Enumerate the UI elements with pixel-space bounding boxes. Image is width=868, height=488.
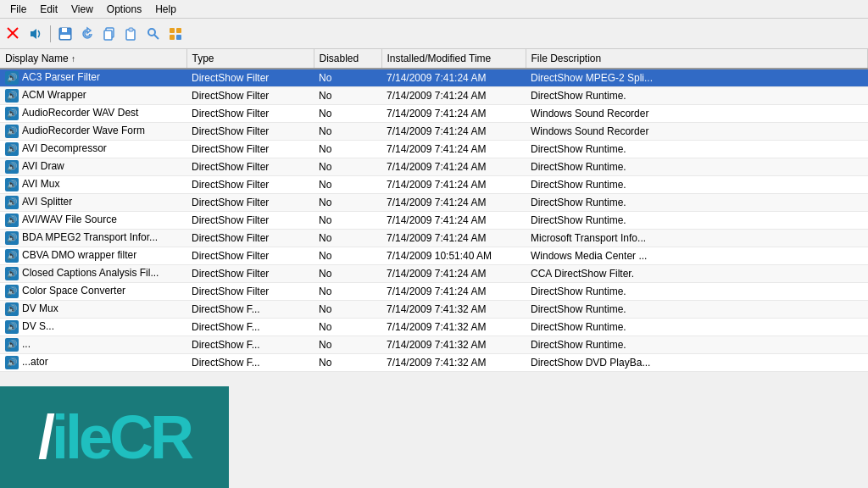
table-row[interactable]: 🔊AVI Mux DirectShow Filter No 7/14/2009 … bbox=[0, 176, 868, 194]
cell-disabled: No bbox=[314, 69, 381, 87]
col-header-desc[interactable]: File Description bbox=[526, 49, 868, 69]
cell-disabled: No bbox=[314, 105, 381, 123]
cell-type: DirectShow F... bbox=[186, 301, 314, 319]
menu-file[interactable]: File bbox=[3, 2, 33, 17]
cell-name: 🔊... bbox=[0, 336, 186, 354]
row-icon: 🔊 bbox=[5, 71, 19, 85]
cell-desc: DirectShow Runtime. bbox=[526, 212, 868, 230]
cell-disabled: No bbox=[314, 247, 381, 265]
cut-button[interactable] bbox=[3, 24, 24, 44]
table-row[interactable]: 🔊DV S... DirectShow F... No 7/14/2009 7:… bbox=[0, 319, 868, 336]
table-row[interactable]: 🔊AVI Decompressor DirectShow Filter No 7… bbox=[0, 141, 868, 158]
filter-table: Display Name ↑ Type Disabled Installed/M… bbox=[0, 49, 868, 372]
cell-desc: DirectShow DVD PlayBa... bbox=[526, 354, 868, 372]
table-row[interactable]: 🔊CBVA DMO wrapper filter DirectShow Filt… bbox=[0, 247, 868, 265]
menu-view[interactable]: View bbox=[64, 2, 100, 17]
cell-time: 7/14/2009 7:41:24 AM bbox=[381, 194, 526, 212]
cell-name: 🔊AudioRecorder Wave Form bbox=[0, 123, 186, 141]
col-header-type[interactable]: Type bbox=[186, 49, 314, 69]
cell-disabled: No bbox=[314, 265, 381, 283]
cell-time: 7/14/2009 7:41:32 AM bbox=[381, 301, 526, 319]
cell-type: DirectShow Filter bbox=[186, 158, 314, 176]
cell-type: DirectShow F... bbox=[186, 319, 314, 336]
table-row[interactable]: 🔊... DirectShow F... No 7/14/2009 7:41:3… bbox=[0, 336, 868, 354]
cell-desc: Microsoft Transport Info... bbox=[526, 230, 868, 247]
svg-rect-5 bbox=[60, 35, 70, 39]
cell-disabled: No bbox=[314, 301, 381, 319]
cell-desc: DirectShow Runtime. bbox=[526, 158, 868, 176]
cell-desc: DirectShow Runtime. bbox=[526, 176, 868, 194]
row-icon: 🔊 bbox=[5, 160, 19, 174]
cell-disabled: No bbox=[314, 230, 381, 247]
table-row[interactable]: 🔊AVI Splitter DirectShow Filter No 7/14/… bbox=[0, 194, 868, 212]
cell-disabled: No bbox=[314, 158, 381, 176]
cell-desc: DirectShow Runtime. bbox=[526, 141, 868, 158]
table-row[interactable]: 🔊AVI/WAV File Source DirectShow Filter N… bbox=[0, 212, 868, 230]
find-button[interactable] bbox=[143, 24, 164, 44]
properties-button[interactable] bbox=[165, 24, 186, 44]
table-row[interactable]: 🔊BDA MPEG2 Transport Infor... DirectShow… bbox=[0, 230, 868, 247]
cell-desc: DirectShow Runtime. bbox=[526, 283, 868, 301]
row-icon: 🔊 bbox=[5, 267, 19, 280]
col-header-time[interactable]: Installed/Modified Time bbox=[381, 49, 526, 69]
cell-name: 🔊...ator bbox=[0, 354, 186, 372]
table-row[interactable]: 🔊ACM Wrapper DirectShow Filter No 7/14/2… bbox=[0, 87, 868, 105]
refresh-button[interactable] bbox=[77, 24, 97, 44]
row-icon: 🔊 bbox=[5, 302, 19, 316]
col-header-name[interactable]: Display Name ↑ bbox=[0, 49, 186, 69]
table-body: 🔊AC3 Parser Filter DirectShow Filter No … bbox=[0, 69, 868, 372]
row-icon: 🔊 bbox=[5, 89, 19, 103]
cell-disabled: No bbox=[314, 354, 381, 372]
menu-help[interactable]: Help bbox=[148, 2, 183, 17]
row-icon: 🔊 bbox=[5, 338, 19, 352]
cell-type: DirectShow Filter bbox=[186, 176, 314, 194]
cell-type: DirectShow Filter bbox=[186, 141, 314, 158]
cell-name: 🔊AVI Draw bbox=[0, 158, 186, 176]
paste-button[interactable] bbox=[121, 24, 142, 44]
table-row[interactable]: 🔊...ator DirectShow F... No 7/14/2009 7:… bbox=[0, 354, 868, 372]
table-row[interactable]: 🔊AudioRecorder Wave Form DirectShow Filt… bbox=[0, 123, 868, 141]
table-row[interactable]: 🔊Color Space Converter DirectShow Filter… bbox=[0, 283, 868, 301]
row-icon: 🔊 bbox=[5, 285, 19, 298]
cell-time: 7/14/2009 7:41:24 AM bbox=[381, 105, 526, 123]
toolbar-sep-1 bbox=[50, 25, 51, 42]
cell-type: DirectShow Filter bbox=[186, 283, 314, 301]
cell-type: DirectShow Filter bbox=[186, 123, 314, 141]
volume-button[interactable] bbox=[25, 24, 46, 44]
cell-disabled: No bbox=[314, 336, 381, 354]
svg-rect-7 bbox=[104, 30, 112, 40]
svg-rect-15 bbox=[176, 35, 181, 40]
cell-name: 🔊DV Mux bbox=[0, 301, 186, 319]
cell-desc: CCA DirectShow Filter. bbox=[526, 265, 868, 283]
copy-button[interactable] bbox=[99, 24, 120, 44]
menu-bar: File Edit View Options Help bbox=[0, 0, 868, 19]
table-row[interactable]: 🔊DV Mux DirectShow F... No 7/14/2009 7:4… bbox=[0, 301, 868, 319]
row-icon: 🔊 bbox=[5, 231, 19, 245]
menu-options[interactable]: Options bbox=[100, 2, 148, 17]
table-row[interactable]: 🔊AudioRecorder WAV Dest DirectShow Filte… bbox=[0, 105, 868, 123]
row-icon: 🔊 bbox=[5, 107, 19, 120]
cell-disabled: No bbox=[314, 283, 381, 301]
cell-type: DirectShow Filter bbox=[186, 194, 314, 212]
svg-rect-13 bbox=[176, 28, 181, 33]
cell-time: 7/14/2009 10:51:40 AM bbox=[381, 247, 526, 265]
table-row[interactable]: 🔊Closed Captions Analysis Fil... DirectS… bbox=[0, 265, 868, 283]
cell-type: DirectShow F... bbox=[186, 336, 314, 354]
save-button[interactable] bbox=[55, 24, 75, 44]
cell-name: 🔊AC3 Parser Filter bbox=[0, 69, 186, 87]
svg-rect-9 bbox=[129, 28, 133, 31]
cell-type: DirectShow Filter bbox=[186, 69, 314, 87]
menu-edit[interactable]: Edit bbox=[33, 2, 64, 17]
cell-name: 🔊Color Space Converter bbox=[0, 283, 186, 301]
cell-name: 🔊ACM Wrapper bbox=[0, 87, 186, 105]
cell-disabled: No bbox=[314, 212, 381, 230]
cell-desc: Windows Sound Recorder bbox=[526, 105, 868, 123]
row-icon: 🔊 bbox=[5, 178, 19, 191]
cell-name: 🔊BDA MPEG2 Transport Infor... bbox=[0, 230, 186, 247]
col-header-disabled[interactable]: Disabled bbox=[314, 49, 381, 69]
table-row[interactable]: 🔊AVI Draw DirectShow Filter No 7/14/2009… bbox=[0, 158, 868, 176]
svg-marker-2 bbox=[31, 29, 36, 39]
cell-type: DirectShow Filter bbox=[186, 212, 314, 230]
table-row[interactable]: 🔊AC3 Parser Filter DirectShow Filter No … bbox=[0, 69, 868, 87]
row-icon: 🔊 bbox=[5, 125, 19, 138]
